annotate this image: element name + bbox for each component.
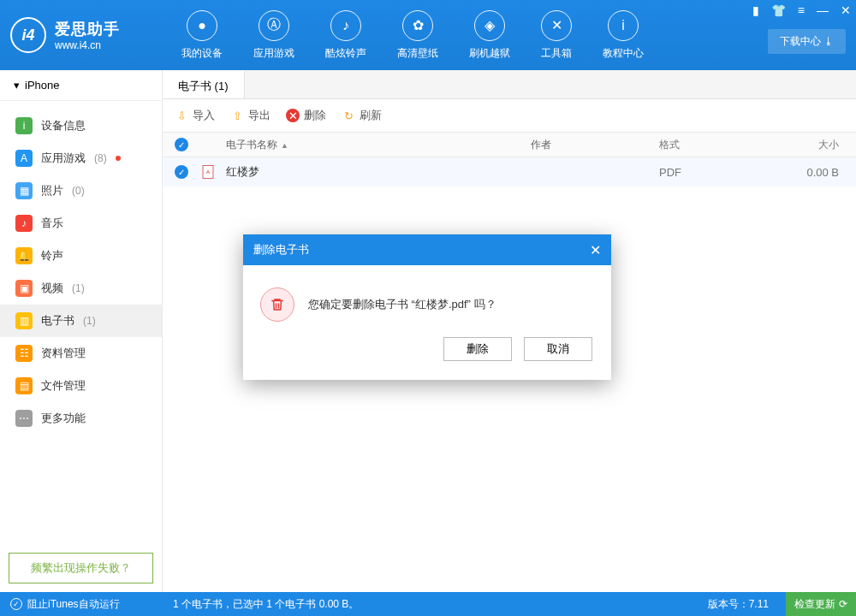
ebooks-icon: ▥ (15, 312, 33, 329)
feedback-icon[interactable]: ▮ (752, 3, 759, 17)
table-row[interactable]: ✓A红楼梦PDF0.00 B (163, 157, 856, 187)
device-name: iPhone (25, 79, 59, 92)
sidebar-count: (1) (83, 315, 96, 327)
app-header: i4 爱思助手 www.i4.cn ●我的设备Ⓐ应用游戏♪酷炫铃声✿高清壁纸◈刷… (0, 0, 856, 70)
nav-label: 工具箱 (541, 46, 572, 61)
footer-status: 1 个电子书，已选中 1 个电子书 0.00 B。 (173, 597, 691, 612)
delete-button[interactable]: ✕删除 (286, 108, 326, 123)
nav-label: 刷机越狱 (469, 46, 510, 61)
tab-bar: 电子书 (1) (163, 70, 856, 99)
footer-version: 版本号：7.11 (708, 597, 769, 612)
logo-icon: i4 (10, 17, 46, 53)
nav-device[interactable]: ●我的设备 (181, 10, 223, 61)
sidebar-count: (1) (72, 282, 85, 294)
import-icon: ⇩ (175, 109, 188, 122)
toolbar: ⇩导入 ⇧导出 ✕删除 ↻刷新 (163, 99, 856, 132)
nav-label: 我的设备 (181, 46, 223, 61)
col-author[interactable]: 作者 (531, 138, 659, 152)
toolbox-icon: ✕ (541, 10, 572, 41)
tutorials-icon: i (608, 10, 639, 41)
wallpapers-icon: ✿ (402, 10, 433, 41)
row-checkbox[interactable]: ✓ (175, 165, 188, 179)
sidebar-item-photos[interactable]: ▦照片(0) (0, 175, 162, 207)
videos-icon: ▣ (15, 280, 33, 297)
row-size: 0.00 B (770, 166, 856, 179)
sidebar-label: 视频 (41, 281, 63, 296)
dialog-message: 您确定要删除电子书 “红楼梦.pdf” 吗？ (308, 297, 496, 312)
sidebar-label: 电子书 (41, 313, 74, 329)
apps-icon: A (15, 150, 33, 167)
col-format[interactable]: 格式 (659, 138, 770, 152)
refresh-button[interactable]: ↻刷新 (342, 108, 382, 123)
dialog-confirm-button[interactable]: 删除 (443, 337, 512, 361)
sidebar-item-music[interactable]: ♪音乐 (0, 207, 162, 240)
nav-apps[interactable]: Ⓐ应用游戏 (253, 10, 294, 61)
sidebar-label: 音乐 (41, 216, 63, 231)
ringtones-icon: ♪ (330, 10, 361, 41)
pdf-icon: A (200, 164, 226, 180)
update-icon: ⟳ (839, 598, 847, 610)
more-icon: ⋯ (15, 410, 33, 427)
music-icon: ♪ (15, 215, 33, 232)
dialog-close-icon[interactable]: ✕ (590, 242, 601, 258)
itunes-block-toggle[interactable]: ✓ 阻止iTunes自动运行 (10, 597, 156, 612)
check-icon: ✓ (10, 598, 22, 610)
export-button[interactable]: ⇧导出 (230, 108, 270, 123)
notification-dot-icon (116, 156, 121, 161)
nav-label: 酷炫铃声 (325, 46, 366, 61)
delete-icon: ✕ (286, 109, 300, 122)
svg-text:A: A (206, 169, 210, 175)
data-icon: ☷ (15, 345, 33, 362)
row-format: PDF (659, 166, 770, 179)
row-name: 红楼梦 (226, 164, 531, 180)
sidebar-label: 设备信息 (41, 118, 86, 133)
download-center-button[interactable]: 下载中心 ⭳ (768, 29, 846, 54)
sidebar-item-more[interactable]: ⋯更多功能 (0, 402, 162, 435)
device-icon: ● (187, 10, 217, 41)
close-icon[interactable]: ✕ (841, 3, 851, 17)
faq-link[interactable]: 频繁出现操作失败？ (9, 553, 153, 583)
skin-icon[interactable]: 👕 (771, 3, 786, 17)
sidebar-count: (0) (72, 185, 85, 197)
table-header: ✓ 电子书名称▲ 作者 格式 大小 (163, 132, 856, 157)
sidebar-label: 铃声 (41, 248, 63, 264)
sidebar-item-ebooks[interactable]: ▥电子书(1) (0, 305, 162, 337)
sidebar-item-videos[interactable]: ▣视频(1) (0, 272, 162, 305)
sidebar-item-info[interactable]: i设备信息 (0, 110, 162, 142)
info-icon: i (15, 117, 33, 134)
nav-wallpapers[interactable]: ✿高清壁纸 (397, 10, 438, 61)
device-selector[interactable]: ▾ iPhone (0, 70, 162, 101)
export-icon: ⇧ (230, 109, 244, 122)
nav-ringtones[interactable]: ♪酷炫铃声 (325, 10, 366, 61)
sidebar-item-ringtones[interactable]: 🔔铃声 (0, 240, 162, 272)
nav-tutorials[interactable]: i教程中心 (603, 10, 644, 61)
minimize-icon[interactable]: — (817, 3, 829, 17)
dialog-title: 删除电子书 (253, 242, 309, 258)
nav-flash[interactable]: ◈刷机越狱 (469, 10, 510, 61)
status-bar: ✓ 阻止iTunes自动运行 1 个电子书，已选中 1 个电子书 0.00 B。… (0, 592, 856, 616)
sidebar-item-data[interactable]: ☷资料管理 (0, 337, 162, 370)
sidebar-item-files[interactable]: ▤文件管理 (0, 370, 162, 402)
sidebar-label: 照片 (41, 183, 63, 198)
tab-ebooks[interactable]: 电子书 (1) (163, 70, 245, 98)
sort-asc-icon: ▲ (281, 141, 288, 150)
select-all-checkbox[interactable]: ✓ (175, 138, 188, 151)
menu-icon[interactable]: ≡ (798, 3, 805, 17)
window-controls: ▮ 👕 ≡ — ✕ (752, 3, 851, 17)
trash-icon (260, 287, 294, 322)
logo: i4 爱思助手 www.i4.cn (0, 17, 163, 53)
sidebar-label: 更多功能 (41, 411, 86, 426)
apps-icon: Ⓐ (259, 10, 289, 41)
col-size[interactable]: 大小 (770, 138, 856, 152)
sidebar: ▾ iPhone i设备信息A应用游戏(8)▦照片(0)♪音乐🔔铃声▣视频(1)… (0, 70, 163, 592)
dialog-cancel-button[interactable]: 取消 (524, 337, 592, 361)
nav-toolbox[interactable]: ✕工具箱 (541, 10, 572, 61)
check-update-button[interactable]: 检查更新⟳ (786, 592, 856, 617)
chevron-down-icon: ▾ (14, 79, 20, 92)
col-name[interactable]: 电子书名称▲ (226, 138, 531, 152)
sidebar-label: 文件管理 (41, 378, 86, 394)
flash-icon: ◈ (474, 10, 505, 41)
import-button[interactable]: ⇩导入 (175, 108, 215, 123)
sidebar-label: 资料管理 (41, 346, 86, 361)
sidebar-item-apps[interactable]: A应用游戏(8) (0, 142, 162, 175)
